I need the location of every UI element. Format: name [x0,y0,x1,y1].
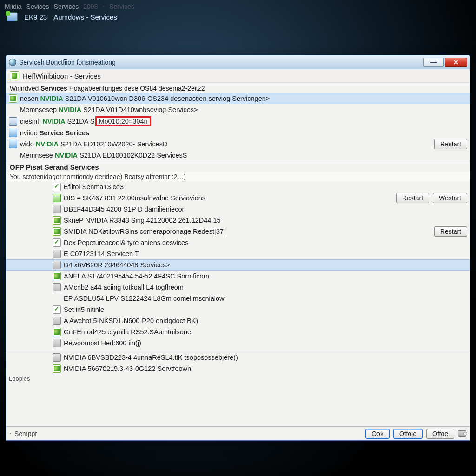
list-item[interactable]: GnFEmod425 etymila RS52.SAumtuilsone [6,326,470,337]
list-item[interactable]: Set in5 nitinle [6,304,470,315]
grey-icon [53,261,61,269]
list-item[interactable]: SkneP NVIDIA R3343 Sing 42120002 261.12D… [6,215,470,226]
list-item-label: nviido Service Serices [20,129,89,137]
footer-toggle-icon[interactable] [458,430,466,437]
top-services-list: nesen NVIDIA S21DA V010610won D306-OS234… [6,93,470,161]
breadcrumb: Miidia Sevices Services 2008 - Services [0,0,476,10]
blue-icon [9,140,17,148]
footer-label: Semppt [14,430,37,437]
restart-button[interactable]: Restart [434,226,467,237]
list-item[interactable]: Memnsese NVIDIA S21DA ED100102K0D22 Serv… [6,150,470,161]
taskbar-app-icon [7,12,18,21]
subheader: HeffWinibtioon - Services [6,69,470,83]
list-item[interactable]: Memnsesep NVIDIA S21DA V01D410wnbseviog … [6,104,470,115]
list-item[interactable]: Eflitol Senma13.co3 [6,181,470,192]
list-item[interactable]: nviido Service Serices [6,127,470,139]
list-item-label: GnFEmod425 etymila RS52.SAumtuilsone [64,328,191,336]
nvidia-icon [53,364,61,373]
restart-button[interactable]: Restart [396,193,429,203]
list-item-label: ciesinfi NVIDIA S21DA SMo010:20=304n [20,116,151,126]
list-item[interactable]: A Awchot 5-NKSD1.N600-P20 onidgdoct BK) [6,315,470,326]
list-item-label: DIS = SK467 831 22.00msalnwdne Serviavio… [64,194,205,202]
list-item[interactable]: D4 x6VB20R 204644048 Services> [6,259,470,271]
list-item[interactable]: NVIDIA 56670219.3-43-0G122 Servtfeown [6,363,470,374]
section2-hint: You sctotenidaget nomtiondy derideae) Be… [6,172,470,181]
list-item[interactable]: wido NVIDIA S21DA ED10210W2020- Services… [6,139,470,150]
close-button[interactable]: ✕ [445,58,467,67]
grey-icon [53,339,61,347]
crumb-e: Services [109,3,134,10]
nvidia-icon [53,328,61,336]
list-item[interactable]: SMIDIA NDKatilowRSins corneraporonage Re… [6,226,470,237]
crumb-b: Sevices [26,3,49,10]
list-item-label: Memnsese NVIDIA S21DA ED100102K0D22 Serv… [20,152,187,159]
window-icon [9,59,16,66]
list-item-label: DB1F44D345 4200 S1P D damilieniecon [64,205,186,213]
green-icon [53,194,61,202]
list-item[interactable]: Dex Pepetureacool& tyre aniens desvices [6,237,470,248]
list-item-label: Eflitol Senma13.co3 [64,183,124,191]
list-item-label: ANELA S17402195454 54-52 4F4SC Sormficom [64,272,209,280]
list-item-label: wido NVIDIA S21DA ED10210W2020- Services… [20,140,168,148]
nvidia-icon [9,94,17,103]
list-item-label: E C07123114 Servicen T [64,250,139,258]
list-item-label: EP ASDLU54 LPV S1222424 L8Gm comelimscni… [64,295,225,302]
top-section-header: Winndved Services Hoagabeerifunges dese … [6,83,470,93]
minimize-button[interactable]: — [423,58,444,67]
list-item-label: SMIDIA NDKatilowRSins corneraporonage Re… [64,228,225,235]
blue-icon [9,129,17,137]
list-item[interactable]: EP ASDLU54 LPV S1222424 L8Gm comelimscni… [6,293,470,304]
restart-button[interactable]: Restart [434,139,467,149]
nvidia-icon [53,216,61,225]
ok-button[interactable]: Ook [365,429,390,439]
list-item[interactable]: NVIDIA 6BVSBD223-4 4unnaReSL4.tlK tsopos… [6,352,470,363]
nvidia-icon [10,71,19,80]
subheader-title: HeffWinibtioon - Services [23,72,101,80]
grey-icon [53,353,61,362]
titlebar[interactable]: Serviceh Bonctfiion fonsmeationg — ✕ [6,55,470,69]
list-item[interactable]: nesen NVIDIA S21DA V010610won D306-OS234… [6,93,470,104]
grey-icon [53,283,61,291]
nvidia-icon [53,227,61,236]
services-window: Serviceh Bonctfiion fonsmeationg — ✕ Hef… [6,55,470,441]
list-item[interactable]: DIS = SK467 831 22.00msalnwdne Serviavio… [6,192,470,204]
grey-icon [53,205,61,213]
list-item[interactable]: ciesinfi NVIDIA S21DA SMo010:20=304n [6,115,470,127]
crumb-c: Services [54,3,79,10]
list-item-label: Set in5 nitinle [64,306,104,313]
grey-icon [53,317,61,325]
list-item-label: Memnsesep NVIDIA S21DA V01D410wnbseviog … [20,106,198,113]
list-item-label: SkneP NVIDIA R3343 Sing 42120002 261.12D… [64,217,221,224]
list-item-label: nesen NVIDIA S21DA V010610won D306-OS234… [20,95,270,102]
chk-icon [53,183,61,191]
office-button-2[interactable]: Offoe [426,429,454,439]
list-item[interactable]: AMcnb2 a44 aciing totkoall L4 togfheom [6,282,470,293]
list-item-label: A Awchot 5-NKSD1.N600-P20 onidgdoct BK) [64,317,198,324]
list-item-label: NVIDIA 6BVSBD223-4 4unnaReSL4.tlK tsopos… [64,354,238,361]
list-item-label: D4 x6VB20R 204644048 Services> [64,261,170,269]
taskbar-strip: EK9 23 Aumdows - Services [0,10,476,24]
list-item-label: Rewoomost Hed:600 iin(j) [64,339,141,347]
list-item[interactable]: E C07123114 Servicen T [6,248,470,259]
list-item[interactable]: ANELA S17402195454 54-52 4F4SC Sormficom [6,271,470,282]
section2-header: OFP Pisat Serand Services [6,161,470,172]
crumb-d: 2008 [83,3,98,10]
footer-icon [10,433,11,434]
list-item[interactable]: DB1F44D345 4200 S1P D damilieniecon [6,204,470,215]
chk-icon [53,238,61,247]
list-item-label: AMcnb2 a44 aciing totkoall L4 togfheom [64,284,184,291]
list-item-label: NVIDIA 56670219.3-43-0G122 Servtfeown [64,365,191,372]
crumb-a: Miidia [5,3,22,10]
cyl-icon [9,117,17,126]
nvidia-icon [53,272,61,280]
office-button-1[interactable]: Offoie [393,429,423,439]
footer-bar: Semppt Ook Offoie Offoe [6,426,470,440]
second-services-list: Eflitol Senma13.co3DIS = SK467 831 22.00… [6,181,470,374]
taskbar-label-2: Aumdows - Services [53,13,117,21]
chk-icon [53,305,61,314]
list-item-label: Dex Pepetureacool& tyre aniens desvices [64,239,188,246]
list-item[interactable]: Rewoomost Hed:600 iin(j) [6,337,470,349]
loopies-label: Loopies [6,374,470,383]
content-area: Winndved Services Hoagabeerifunges dese … [6,83,470,426]
action-button[interactable]: Westart [433,193,467,203]
